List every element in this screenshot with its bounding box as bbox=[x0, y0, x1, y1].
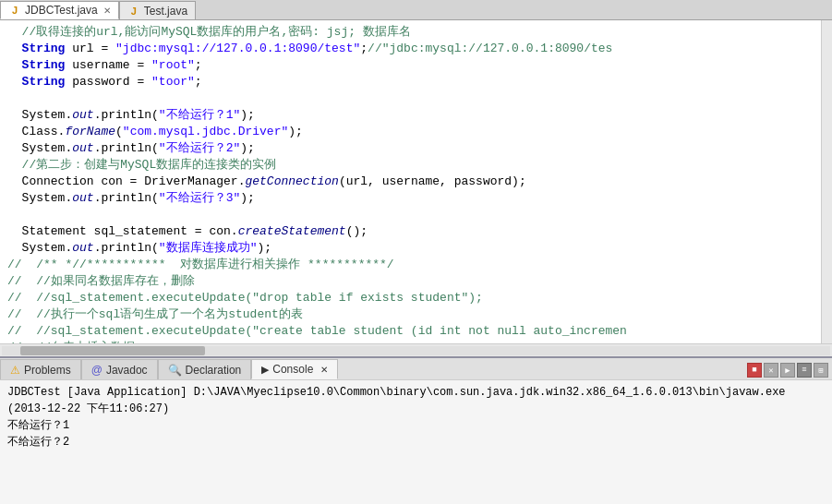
tab-problems[interactable]: ⚠ Problems bbox=[0, 359, 81, 379]
tab-javadoc-label: Javadoc bbox=[106, 364, 148, 377]
ctrl-btn-2[interactable]: ✕ bbox=[764, 363, 778, 378]
bottom-tab-bar: ⚠ Problems @ Javadoc 🔍 Declaration ▶ Con… bbox=[0, 358, 832, 380]
code-editor[interactable]: //取得连接的url,能访问MySQL数据库的用户名,密码: jsj; 数据库名… bbox=[0, 20, 821, 343]
console-title-line: JDBCTest [Java Application] D:\JAVA\Myec… bbox=[7, 384, 825, 417]
javadoc-icon: @ bbox=[91, 364, 102, 377]
ctrl-btn-5[interactable]: ⊞ bbox=[814, 363, 828, 378]
tab-jdbctest-label: JDBCTest.java bbox=[25, 4, 98, 17]
vertical-scrollbar[interactable] bbox=[821, 20, 832, 343]
tab-javadoc[interactable]: @ Javadoc bbox=[81, 359, 158, 379]
console-controls: ■ ✕ ▶ ≡ ⊞ bbox=[747, 363, 832, 379]
tab-console-label: Console bbox=[272, 363, 313, 376]
tab-problems-label: Problems bbox=[24, 364, 71, 377]
tab-declaration-label: Declaration bbox=[186, 364, 242, 377]
console-output: JDBCTest [Java Application] D:\JAVA\Myec… bbox=[0, 380, 832, 504]
tab-test-label: Test.java bbox=[144, 5, 187, 18]
java-icon: J bbox=[8, 4, 21, 17]
tab-test[interactable]: J Test.java bbox=[119, 1, 196, 19]
console-icon: ▶ bbox=[261, 364, 269, 376]
horizontal-scrollbar[interactable] bbox=[0, 343, 832, 356]
bottom-panel: ⚠ Problems @ Javadoc 🔍 Declaration ▶ Con… bbox=[0, 356, 832, 504]
tab-jdbctest[interactable]: J JDBCTest.java ✕ bbox=[0, 1, 119, 19]
java-icon-test: J bbox=[127, 5, 140, 18]
tab-console[interactable]: ▶ Console ✕ bbox=[251, 359, 338, 379]
console-output-line2: 不给运行？2 bbox=[7, 434, 825, 450]
declaration-icon: 🔍 bbox=[168, 364, 182, 377]
h-scroll-track[interactable] bbox=[2, 346, 830, 355]
h-scroll-thumb[interactable] bbox=[20, 346, 205, 355]
tab-console-close[interactable]: ✕ bbox=[320, 365, 328, 375]
ctrl-btn-3[interactable]: ▶ bbox=[780, 363, 795, 378]
editor-area: //取得连接的url,能访问MySQL数据库的用户名,密码: jsj; 数据库名… bbox=[0, 20, 832, 343]
console-output-line1: 不给运行？1 bbox=[7, 417, 825, 434]
tab-jdbctest-close[interactable]: ✕ bbox=[103, 6, 111, 16]
tab-declaration[interactable]: 🔍 Declaration bbox=[158, 359, 252, 379]
editor-tab-bar: J JDBCTest.java ✕ J Test.java bbox=[0, 0, 832, 20]
stop-button[interactable]: ■ bbox=[747, 363, 762, 378]
ctrl-btn-4[interactable]: ≡ bbox=[797, 363, 812, 378]
problems-icon: ⚠ bbox=[10, 364, 20, 377]
